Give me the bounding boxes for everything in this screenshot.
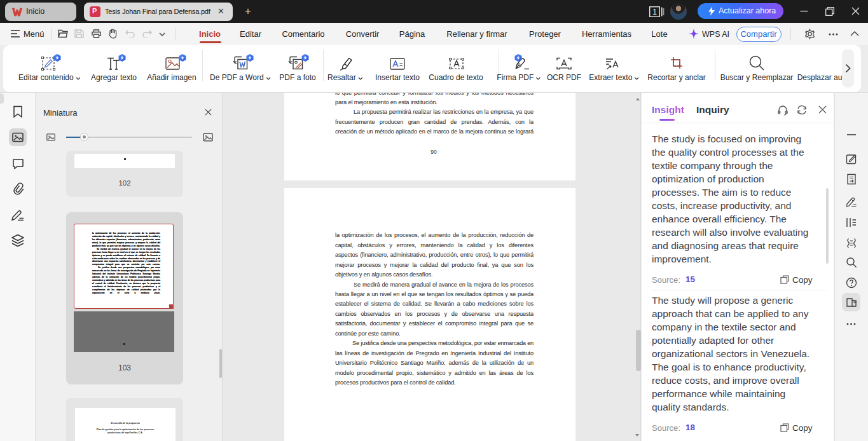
svg-text:1: 1 — [652, 8, 657, 17]
